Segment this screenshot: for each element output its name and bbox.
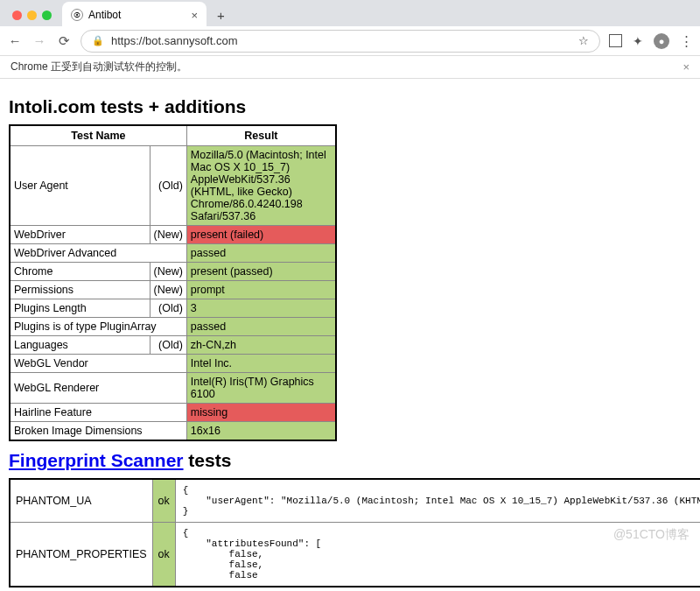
test-result-cell: Intel Inc. (186, 355, 336, 373)
test-name-cell: Plugins is of type PluginArray (10, 318, 186, 336)
table-row: Plugins Length(Old)3 (10, 299, 336, 318)
extension-icon[interactable] (609, 34, 622, 47)
test-result-cell: 3 (186, 299, 336, 318)
test-result-cell: missing (186, 404, 336, 422)
test-name-cell: Hairline Feature (10, 404, 186, 422)
info-bar-close-icon[interactable]: × (682, 60, 690, 74)
test-name-cell: WebGL Renderer (10, 373, 186, 404)
test-name-cell: WebGL Vendor (10, 355, 186, 373)
fp-name-cell: PHANTOM_PROPERTIES (10, 523, 152, 587)
test-tag-cell: (Old) (150, 299, 186, 318)
intoli-heading: Intoli.com tests + additions (9, 96, 691, 117)
toolbar: ← → ⟳ 🔒 https://bot.sannysoft.com ☆ ✦ ● … (0, 26, 700, 56)
table-row: WebGL VendorIntel Inc. (10, 355, 336, 373)
fingerprint-heading-rest: tests (184, 450, 232, 470)
favicon-icon: ⦿ (71, 9, 83, 21)
back-button[interactable]: ← (7, 33, 23, 48)
close-window-icon[interactable] (12, 11, 22, 20)
col-result: Result (186, 125, 336, 146)
table-row: Languages(Old)zh-CN,zh (10, 336, 336, 355)
fingerprint-heading: Fingerprint Scanner tests (9, 450, 691, 471)
info-bar-text: Chrome 正受到自动测试软件的控制。 (10, 60, 187, 74)
fp-code-cell: { "userAgent": "Mozilla/5.0 (Macintosh; … (175, 479, 700, 523)
test-tag-cell: (New) (150, 226, 186, 244)
url-text: https://bot.sannysoft.com (111, 34, 238, 47)
test-result-cell: present (failed) (186, 226, 336, 244)
table-row: PHANTOM_UAok{ "userAgent": "Mozilla/5.0 … (10, 479, 700, 523)
test-name-cell: Permissions (10, 281, 150, 299)
fp-status-cell: ok (152, 523, 175, 587)
page-content: Intoli.com tests + additions Test Name R… (0, 79, 700, 591)
table-row: WebDriver(New)present (failed) (10, 226, 336, 244)
reload-button[interactable]: ⟳ (56, 33, 72, 49)
fingerprint-table: PHANTOM_UAok{ "userAgent": "Mozilla/5.0 … (9, 478, 700, 587)
test-result-cell: Intel(R) Iris(TM) Graphics 6100 (186, 373, 336, 404)
test-result-cell: zh-CN,zh (186, 336, 336, 355)
star-icon[interactable]: ☆ (578, 34, 589, 47)
test-name-cell: WebDriver (10, 226, 150, 244)
table-row: WebGL RendererIntel(R) Iris(TM) Graphics… (10, 373, 336, 404)
extensions-menu-icon[interactable]: ✦ (633, 34, 643, 48)
test-result-cell: present (passed) (186, 263, 336, 281)
tab-title: Antibot (88, 9, 121, 21)
forward-button[interactable]: → (32, 33, 47, 48)
table-row: WebDriver Advancedpassed (10, 244, 336, 263)
test-name-cell: Plugins Length (10, 299, 150, 318)
automation-info-bar: Chrome 正受到自动测试软件的控制。 × (0, 56, 700, 79)
intoli-table: Test Name Result User Agent(Old)Mozilla/… (9, 124, 337, 441)
fingerprint-link[interactable]: Fingerprint Scanner (9, 450, 184, 470)
table-row: User Agent(Old)Mozilla/5.0 (Macintosh; I… (10, 146, 336, 226)
fp-status-cell: ok (152, 479, 175, 523)
test-name-cell: User Agent (10, 146, 150, 226)
browser-tab[interactable]: ⦿ Antibot × (62, 2, 206, 28)
test-name-cell: WebDriver Advanced (10, 244, 186, 263)
test-result-cell: prompt (186, 281, 336, 299)
address-bar[interactable]: 🔒 https://bot.sannysoft.com ☆ (80, 30, 600, 53)
test-tag-cell: (Old) (150, 146, 186, 226)
table-row: Chrome(New)present (passed) (10, 263, 336, 281)
window-controls[interactable] (7, 11, 57, 20)
test-name-cell: Broken Image Dimensions (10, 422, 186, 441)
table-row: Plugins is of type PluginArraypassed (10, 318, 336, 336)
new-tab-button[interactable]: + (212, 8, 230, 23)
menu-icon[interactable]: ⋮ (680, 33, 693, 49)
col-test-name: Test Name (10, 125, 186, 146)
lock-icon: 🔒 (92, 35, 104, 46)
table-row: PHANTOM_PROPERTIESok{ "attributesFound":… (10, 523, 700, 587)
table-row: Broken Image Dimensions16x16 (10, 422, 336, 441)
browser-chrome: ⦿ Antibot × + ← → ⟳ 🔒 https://bot.sannys… (0, 0, 700, 79)
table-row: Permissions(New)prompt (10, 281, 336, 299)
test-result-cell: passed (186, 318, 336, 336)
tab-strip: ⦿ Antibot × + (0, 0, 700, 26)
test-name-cell: Chrome (10, 263, 150, 281)
test-tag-cell: (New) (150, 263, 186, 281)
table-row: Hairline Featuremissing (10, 404, 336, 422)
test-result-cell: Mozilla/5.0 (Macintosh; Intel Mac OS X 1… (186, 146, 336, 226)
fp-name-cell: PHANTOM_UA (10, 479, 152, 523)
test-tag-cell: (New) (150, 281, 186, 299)
maximize-window-icon[interactable] (42, 11, 52, 20)
test-result-cell: 16x16 (186, 422, 336, 441)
minimize-window-icon[interactable] (27, 11, 37, 20)
test-result-cell: passed (186, 244, 336, 263)
profile-avatar[interactable]: ● (654, 33, 669, 49)
test-tag-cell: (Old) (150, 336, 186, 355)
test-name-cell: Languages (10, 336, 150, 355)
watermark-text: @51CTO博客 (613, 527, 690, 543)
close-tab-icon[interactable]: × (191, 9, 198, 22)
